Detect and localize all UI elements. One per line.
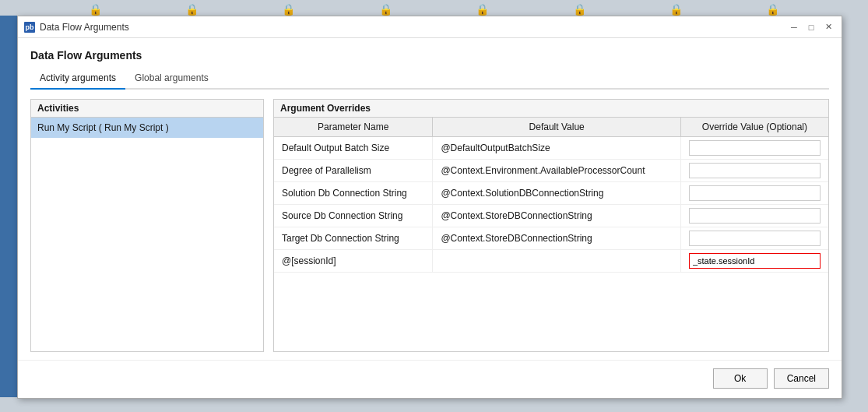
tabs-container: Activity arguments Global arguments xyxy=(30,69,829,90)
lock-icon-6: 🔒 xyxy=(573,3,586,16)
table-row: Degree of Parallelism@Context.Environmen… xyxy=(274,160,828,182)
col-default-value: Default Value xyxy=(433,118,680,137)
app-icon: pb xyxy=(24,22,35,33)
table-header-row: Parameter Name Default Value Override Va… xyxy=(274,118,828,137)
param-name-cell: Default Output Batch Size xyxy=(274,137,433,160)
ok-button[interactable]: Ok xyxy=(713,368,768,389)
override-input[interactable] xyxy=(689,208,821,224)
table-row: Default Output Batch Size@DefaultOutputB… xyxy=(274,137,828,160)
top-icons-bar: 🔒 🔒 🔒 🔒 🔒 🔒 🔒 🔒 xyxy=(0,3,868,16)
maximize-button[interactable]: □ xyxy=(804,21,818,33)
lock-icon-1: 🔒 xyxy=(89,3,102,16)
table-row: Target Db Connection String@Context.Stor… xyxy=(274,227,828,250)
default-value-cell: @Context.Environment.AvailableProcessorC… xyxy=(433,160,680,182)
override-input[interactable] xyxy=(689,185,821,201)
table-row: @[sessionId] xyxy=(274,250,828,273)
window-title: Data Flow Arguments xyxy=(40,22,129,33)
override-input[interactable] xyxy=(689,163,821,178)
col-override-value: Override Value (Optional) xyxy=(680,118,828,137)
overrides-panel: Argument Overrides Parameter Name Defaul… xyxy=(273,99,829,352)
cancel-button[interactable]: Cancel xyxy=(774,368,829,389)
body-area: Activities Run My Script ( Run My Script… xyxy=(30,99,829,352)
override-value-cell xyxy=(680,182,828,205)
override-input[interactable] xyxy=(689,231,821,246)
param-name-cell: Source Db Connection String xyxy=(274,205,433,227)
title-bar-left: pb Data Flow Arguments xyxy=(24,22,129,33)
overrides-header: Argument Overrides xyxy=(274,100,828,118)
param-name-cell: Solution Db Connection String xyxy=(274,182,433,205)
default-value-cell: @DefaultOutputBatchSize xyxy=(433,137,680,160)
col-param-name: Parameter Name xyxy=(274,118,433,137)
lock-icon-8: 🔒 xyxy=(766,3,779,16)
lock-icon-7: 🔒 xyxy=(669,3,683,16)
default-value-cell: @Context.SolutionDBConnectionString xyxy=(433,182,680,205)
activities-list: Run My Script ( Run My Script ) xyxy=(31,118,263,351)
override-value-cell xyxy=(680,160,828,182)
default-value-cell xyxy=(433,250,680,273)
close-button[interactable]: ✕ xyxy=(821,21,835,33)
title-bar: pb Data Flow Arguments ─ □ ✕ xyxy=(18,16,842,38)
default-value-cell: @Context.StoreDBConnectionString xyxy=(433,227,680,250)
param-name-cell: Degree of Parallelism xyxy=(274,160,433,182)
override-value-cell xyxy=(680,250,828,273)
activity-item[interactable]: Run My Script ( Run My Script ) xyxy=(31,118,263,138)
minimize-button[interactable]: ─ xyxy=(787,21,801,33)
title-controls: ─ □ ✕ xyxy=(787,21,835,33)
left-sidebar xyxy=(0,16,17,397)
overrides-table: Parameter Name Default Value Override Va… xyxy=(274,118,828,273)
activities-header: Activities xyxy=(31,100,263,118)
lock-icon-3: 🔒 xyxy=(282,3,295,16)
table-row: Source Db Connection String@Context.Stor… xyxy=(274,205,828,227)
override-input[interactable] xyxy=(689,253,821,269)
lock-icon-4: 🔒 xyxy=(379,3,392,16)
lock-icon-5: 🔒 xyxy=(476,3,489,16)
tab-activity-arguments[interactable]: Activity arguments xyxy=(30,69,125,90)
dialog-content: Data Flow Arguments Activity arguments G… xyxy=(18,38,842,360)
param-name-cell: @[sessionId] xyxy=(274,250,433,273)
tab-global-arguments[interactable]: Global arguments xyxy=(125,69,218,90)
activities-panel: Activities Run My Script ( Run My Script… xyxy=(30,99,264,352)
override-value-cell xyxy=(680,227,828,250)
dialog-heading: Data Flow Arguments xyxy=(30,49,829,62)
override-value-cell xyxy=(680,205,828,227)
dialog-window: pb Data Flow Arguments ─ □ ✕ Data Flow A… xyxy=(17,16,842,399)
table-row: Solution Db Connection String@Context.So… xyxy=(274,182,828,205)
lock-icon-2: 🔒 xyxy=(185,3,199,16)
dialog-footer: Ok Cancel xyxy=(18,360,842,398)
override-value-cell xyxy=(680,137,828,160)
default-value-cell: @Context.StoreDBConnectionString xyxy=(433,205,680,227)
param-name-cell: Target Db Connection String xyxy=(274,227,433,250)
override-input[interactable] xyxy=(689,140,821,156)
